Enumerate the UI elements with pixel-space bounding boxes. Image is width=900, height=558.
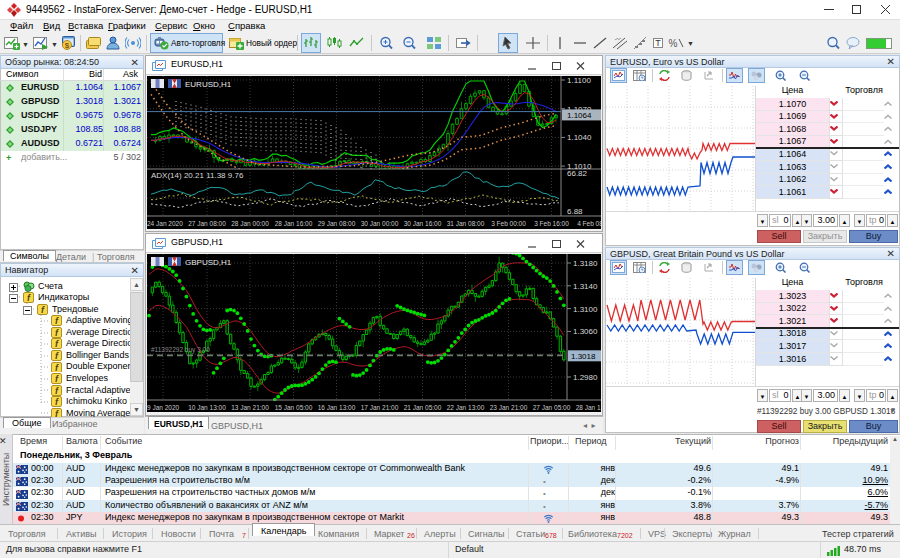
svg-text:GBPUSD,H1: GBPUSD,H1: [185, 258, 232, 267]
svg-text:66.82: 66.82: [567, 169, 588, 178]
svg-text:30 Jan 00:00: 30 Jan 00:00: [361, 220, 399, 227]
svg-text:13 Jan 21:00: 13 Jan 21:00: [231, 404, 269, 411]
svg-text:9 Jan 2020: 9 Jan 2020: [147, 404, 180, 411]
svg-text:1.3100: 1.3100: [573, 305, 598, 314]
svg-text:17 Jan 21:00: 17 Jan 21:00: [361, 404, 399, 411]
svg-text:28 Jan 13:00: 28 Jan 13:00: [576, 404, 601, 411]
svg-text:1.1064: 1.1064: [567, 111, 592, 120]
svg-text:EURUSD,H1: EURUSD,H1: [185, 80, 232, 89]
svg-text:4 Feb 08:00: 4 Feb 08:00: [577, 220, 601, 227]
svg-text:#11392292 buy 3.00: #11392292 buy 3.00: [151, 346, 210, 354]
svg-text:28 Jan 00:00: 28 Jan 00:00: [231, 220, 269, 227]
svg-text:15 Jan 05:00: 15 Jan 05:00: [275, 404, 313, 411]
svg-text:1.3018: 1.3018: [571, 352, 596, 361]
svg-text:16 Jan 13:00: 16 Jan 13:00: [318, 404, 356, 411]
svg-text:3 Feb 16:00: 3 Feb 16:00: [534, 220, 569, 227]
svg-text:28 Jan 16:00: 28 Jan 16:00: [275, 220, 313, 227]
svg-text:1.2980: 1.2980: [573, 373, 598, 382]
svg-text:10 Jan 13:00: 10 Jan 13:00: [188, 404, 226, 411]
svg-text:$: $: [65, 41, 70, 50]
svg-text:%: %: [669, 38, 678, 49]
svg-text:1.3180: 1.3180: [573, 259, 598, 268]
svg-text:1.1100: 1.1100: [567, 76, 591, 85]
svg-text:23 Jan 21:00: 23 Jan 21:00: [490, 404, 528, 411]
svg-text:21 Jan 05:00: 21 Jan 05:00: [404, 404, 442, 411]
svg-text:24 Jan 2020: 24 Jan 2020: [147, 220, 183, 227]
svg-text:27 Jan 05:00: 27 Jan 05:00: [533, 404, 571, 411]
svg-text:1.3140: 1.3140: [573, 282, 598, 291]
svg-text:22 Jan 13:00: 22 Jan 13:00: [447, 404, 485, 411]
svg-text:T: T: [655, 38, 661, 48]
svg-text:27 Jan 08:00: 27 Jan 08:00: [188, 220, 226, 227]
svg-text:3 Feb 00:00: 3 Feb 00:00: [491, 220, 526, 227]
svg-text:6.88: 6.88: [567, 207, 583, 216]
svg-text:1.3060: 1.3060: [573, 327, 598, 336]
svg-text:31 Jan 08:00: 31 Jan 08:00: [447, 220, 485, 227]
svg-text:ADX(14) 20.21 11.38 9.76: ADX(14) 20.21 11.38 9.76: [151, 171, 244, 180]
svg-text:30 Jan 16:00: 30 Jan 16:00: [404, 220, 442, 227]
svg-text:1.1040: 1.1040: [567, 133, 592, 142]
svg-text:29 Jan 08:00: 29 Jan 08:00: [318, 220, 356, 227]
